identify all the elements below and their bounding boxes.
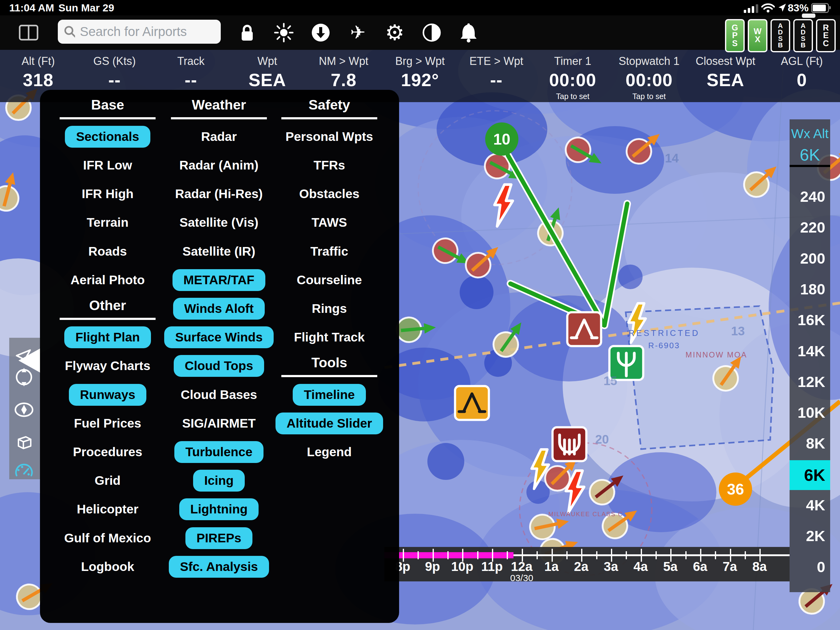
brightness-button[interactable] xyxy=(273,15,295,50)
flight-field-timer-1[interactable]: Timer 100:00Tap to set xyxy=(535,50,611,102)
altitude-tick-12k[interactable]: 12K xyxy=(791,373,825,390)
layer-label: Timeline xyxy=(293,384,366,406)
field-label: Closest Wpt xyxy=(687,55,763,68)
layer-toggle-taws[interactable]: TAWS xyxy=(265,209,394,237)
layer-label: TFRs xyxy=(314,158,345,173)
altitude-tick-8k[interactable]: 8K xyxy=(791,435,825,452)
layer-label: Helicopter xyxy=(77,502,139,516)
altitude-tick-2k[interactable]: 2K xyxy=(791,527,825,545)
icing-pirep-icon[interactable] xyxy=(553,427,586,461)
flight-field-closest-wpt[interactable]: Closest WptSEA xyxy=(687,50,763,102)
timeline-tick-half-hour xyxy=(566,551,568,559)
layer-label: Gulf of Mexico xyxy=(64,531,151,545)
layer-label: Obstacles xyxy=(299,187,359,201)
weather-timeline-scrubber[interactable]: 8p9p10p11p12a1a2a3a4a5a6a7a8a 03/30 xyxy=(384,547,789,581)
receiver-status-buttons: GPSWXADSBADSBREC xyxy=(725,19,836,52)
top-toolbar: ✈ ⚙ GPSWXADSBADSBREC xyxy=(0,15,840,50)
layer-label: Flyway Charts xyxy=(65,359,150,373)
receiver-button-adsb[interactable]: ADSB xyxy=(793,19,813,52)
flight-field-stopwatch-1[interactable]: Stopwatch 100:00Tap to set xyxy=(611,50,687,102)
layer-label: Courseline xyxy=(297,273,362,287)
flight-mode-button[interactable]: ✈ xyxy=(346,15,370,50)
runway-number-badge-10[interactable]: 10 xyxy=(485,122,518,156)
altitude-tick-240[interactable]: 240 xyxy=(791,188,825,205)
layer-toggle-courseline[interactable]: Courseline xyxy=(265,266,394,294)
flight-field-ete-wpt[interactable]: ETE > Wpt-- xyxy=(458,50,534,102)
timeline-date-label: 03/30 xyxy=(500,573,543,583)
layer-toggle-traffic[interactable]: Traffic xyxy=(265,237,394,266)
timeline-tick-half-hour xyxy=(685,551,687,559)
field-label: GS (Kts) xyxy=(76,55,153,68)
altitude-tick-200[interactable]: 200 xyxy=(791,250,825,267)
3d-view-icon[interactable] xyxy=(14,432,34,452)
field-value: 7.8 xyxy=(305,70,382,90)
turbulence-pirep-icon[interactable] xyxy=(567,312,601,346)
altitude-tick-16k[interactable]: 16K xyxy=(791,311,825,329)
battery-icon xyxy=(811,3,829,13)
layer-toggle-icing[interactable]: Icing xyxy=(151,467,287,495)
altitude-selected-6k[interactable]: 6K xyxy=(789,460,830,490)
field-value: -- xyxy=(153,70,229,90)
layer-toggle-obstacles[interactable]: Obstacles xyxy=(265,180,394,208)
layer-label: SIG/AIRMET xyxy=(182,416,256,431)
contrast-button[interactable] xyxy=(421,15,443,50)
field-value: 0 xyxy=(764,70,840,90)
flyq-efb-app: { "colors":{"accent_cyan":"#3ad1f0","sel… xyxy=(0,0,840,630)
layer-toggle-pireps[interactable]: PIREPs xyxy=(151,524,287,552)
layer-toggle-timeline[interactable]: Timeline xyxy=(265,380,394,409)
receiver-button-rec[interactable]: REC xyxy=(816,19,836,52)
downloads-button[interactable] xyxy=(310,15,332,50)
altitude-tick-14k[interactable]: 14K xyxy=(791,342,825,359)
layer-toggle-flight-track[interactable]: Flight Track xyxy=(265,323,394,351)
layer-toggle-rings[interactable]: Rings xyxy=(265,294,394,323)
airport-search-field[interactable] xyxy=(58,20,221,44)
wx-altitude-slider[interactable]: Wx Alt 6K 24022020018016K14K12K10K8K6K4K… xyxy=(789,119,830,592)
receiver-button-wx[interactable]: WX xyxy=(748,19,767,52)
layer-toggle-lightning[interactable]: Lightning xyxy=(151,495,287,524)
restricted-area-boundary xyxy=(626,306,773,449)
timeline-tick-half-hour xyxy=(715,551,716,559)
flight-field-agl-ft-[interactable]: AGL (Ft)0 xyxy=(764,50,840,102)
layer-toggle-tfrs[interactable]: TFRs xyxy=(265,151,394,179)
layer-label: Sfc. Analysis xyxy=(169,556,269,578)
runway-number-badge-36[interactable]: 36 xyxy=(719,473,752,506)
layer-label: Procedures xyxy=(73,445,142,459)
receiver-button-gps[interactable]: GPS xyxy=(725,19,745,52)
layer-label: Rings xyxy=(312,301,347,316)
layer-label: Turbulence xyxy=(174,441,264,463)
gauges-icon[interactable] xyxy=(14,462,34,482)
section-title: Tools xyxy=(281,355,377,377)
layer-toggle-personal-wpts[interactable]: Personal Wpts xyxy=(265,122,394,151)
receiver-button-adsb[interactable]: ADSB xyxy=(771,19,790,52)
settings-button[interactable]: ⚙ xyxy=(383,15,406,50)
wifi-icon xyxy=(761,2,775,13)
split-screen-button[interactable] xyxy=(18,15,39,50)
svg-text:36: 36 xyxy=(727,481,744,498)
layer-label: IFR High xyxy=(82,187,134,201)
alerts-button[interactable] xyxy=(458,15,480,50)
layer-toggle-legend[interactable]: Legend xyxy=(265,438,394,466)
altitude-tick-10k[interactable]: 10K xyxy=(791,404,825,421)
svg-text:10: 10 xyxy=(493,131,510,148)
altitude-tick-4k[interactable]: 4K xyxy=(791,497,825,514)
layer-toggle-altitude-slider[interactable]: Altitude Slider xyxy=(265,409,394,437)
menu-popover-arrow xyxy=(19,348,41,373)
altitude-tick-180[interactable]: 180 xyxy=(791,280,825,298)
field-label: Stopwatch 1 xyxy=(611,55,687,68)
search-input[interactable] xyxy=(79,24,215,40)
layer-label: Grid xyxy=(95,473,120,488)
field-value: 00:00 xyxy=(611,70,687,90)
layer-label: Cloud Tops xyxy=(174,355,264,377)
lock-rotation-button[interactable] xyxy=(237,15,257,50)
mountain-wave-pirep-icon[interactable] xyxy=(455,386,489,420)
north-up-compass-icon[interactable] xyxy=(14,400,34,419)
section-title: Other xyxy=(60,298,156,320)
location-arrow-icon xyxy=(777,2,788,14)
bell-icon xyxy=(459,23,478,43)
layer-label: Winds Aloft xyxy=(173,298,265,320)
layer-toggle-sfc-analysis[interactable]: Sfc. Analysis xyxy=(151,552,287,581)
altitude-tick-0[interactable]: 0 xyxy=(791,558,825,576)
altitude-tick-220[interactable]: 220 xyxy=(791,219,825,236)
airspace-label: MILWAUKEE CLASS C xyxy=(548,511,623,518)
layer-label: Satellite (Vis) xyxy=(180,215,259,230)
